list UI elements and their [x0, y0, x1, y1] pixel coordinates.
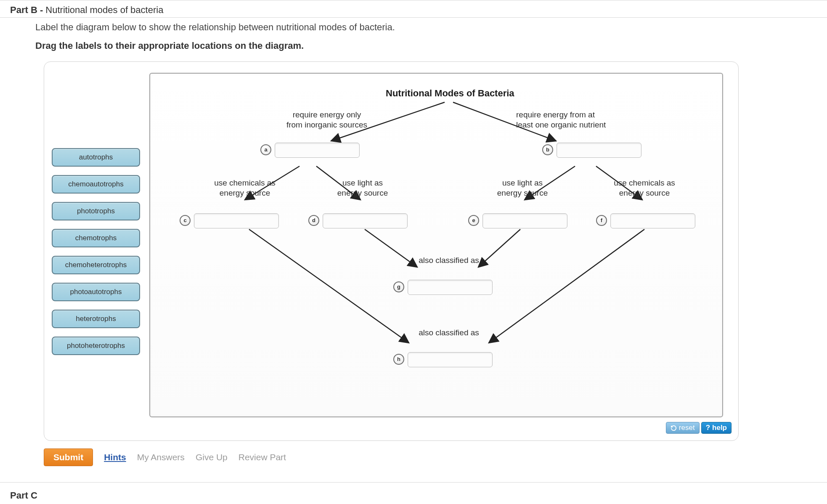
slot-f[interactable] [610, 213, 695, 228]
review-part[interactable]: Review Part [239, 452, 286, 462]
slot-e[interactable] [482, 213, 567, 228]
chip-chemoheterotrophs[interactable]: chemoheterotrophs [52, 256, 140, 274]
svg-line-8 [249, 229, 409, 343]
caption-h: also classified as [407, 328, 491, 338]
caption-organic: require energy from at least one organic… [516, 110, 638, 130]
chip-photoheterotrophs[interactable]: photoheterotrophs [52, 337, 140, 355]
marker-d: d [308, 215, 319, 226]
hints-link[interactable]: Hints [104, 452, 126, 462]
slot-a[interactable] [275, 143, 360, 158]
marker-h: h [393, 354, 404, 365]
give-up[interactable]: Give Up [196, 452, 228, 462]
slot-b[interactable] [557, 143, 641, 158]
submit-button[interactable]: Submit [44, 448, 93, 466]
part-c-header: Part C [0, 482, 827, 504]
caption-inorganic: require energy only from inorganic sourc… [272, 110, 382, 130]
actions-row: Submit Hints My Answers Give Up Review P… [44, 448, 827, 466]
caption-g: also classified as [407, 255, 491, 265]
marker-c: c [180, 215, 191, 226]
diagram-panel: Nutritional Modes of Bacteria require en… [149, 73, 723, 417]
chip-phototrophs[interactable]: phototrophs [52, 202, 140, 220]
caption-e: use light as energy source [482, 178, 562, 198]
marker-e: e [468, 215, 479, 226]
marker-a: a [260, 144, 271, 155]
chip-chemotrophs[interactable]: chemotrophs [52, 229, 140, 247]
chip-chemoautotrophs[interactable]: chemoautotrophs [52, 175, 140, 194]
caption-d: use light as energy source [323, 178, 403, 198]
svg-line-9 [489, 229, 644, 343]
diagram-canvas: autotrophs chemoautotrophs phototrophs c… [44, 61, 739, 441]
part-b-instruction: Drag the labels to their appropriate loc… [0, 33, 827, 57]
diagram-title: Nutritional Modes of Bacteria [386, 88, 514, 99]
chip-heterotrophs[interactable]: heterotrophs [52, 310, 140, 328]
slot-d[interactable] [323, 213, 408, 228]
slot-g[interactable] [408, 280, 493, 295]
part-b-tag: Part B - [10, 5, 45, 15]
help-button[interactable]: ? help [701, 422, 732, 434]
caption-f: use chemicals as energy source [600, 178, 689, 198]
marker-f: f [596, 215, 607, 226]
part-b-title: Nutritional modes of bacteria [45, 5, 163, 15]
slot-c[interactable] [194, 213, 279, 228]
reset-icon [671, 425, 677, 431]
part-b-header: Part B - Nutritional modes of bacteria [0, 0, 827, 17]
my-answers[interactable]: My Answers [137, 452, 185, 462]
reset-button[interactable]: reset [666, 422, 700, 434]
slot-h[interactable] [408, 352, 493, 367]
part-b-intro: Label the diagram below to show the rela… [0, 18, 827, 33]
caption-c: use chemicals as energy source [201, 178, 289, 198]
label-bank: autotrophs chemoautotrophs phototrophs c… [52, 148, 140, 355]
marker-b: b [542, 144, 553, 155]
chip-autotrophs[interactable]: autotrophs [52, 148, 140, 167]
chip-photoautotrophs[interactable]: photoautotrophs [52, 283, 140, 301]
help-icon: ? [706, 424, 710, 432]
marker-g: g [393, 281, 404, 292]
